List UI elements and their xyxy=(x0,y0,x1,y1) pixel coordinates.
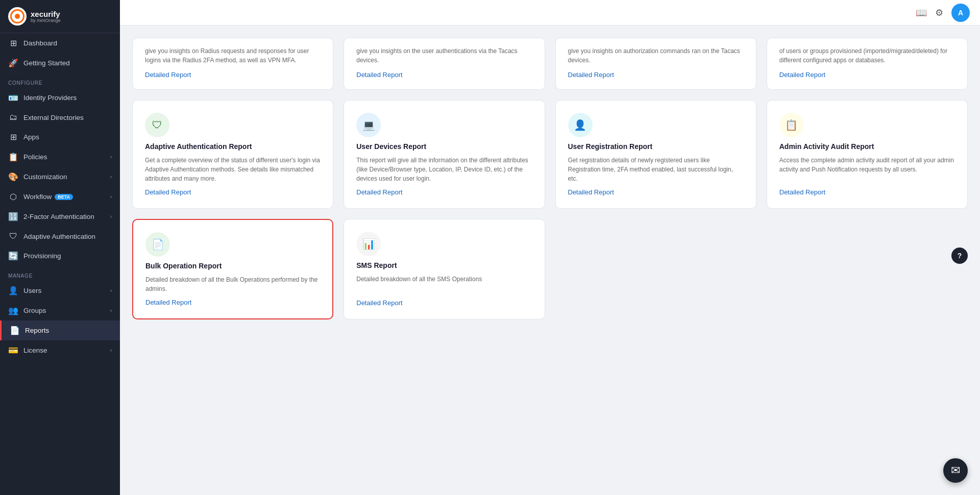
card-desc: Get a complete overview of the status of… xyxy=(145,156,321,183)
chat-button[interactable]: ✉ xyxy=(943,458,968,483)
card-desc: Detailed breakdown of all the Bulk Opera… xyxy=(145,275,320,293)
bulk-operation-report-card: 📄 Bulk Operation Report Detailed breakdo… xyxy=(132,219,333,319)
identity-providers-icon: 🪪 xyxy=(8,93,18,103)
sidebar-item-2fa[interactable]: 🔢 2-Factor Authentication › xyxy=(0,207,120,227)
chevron-icon: › xyxy=(110,288,112,293)
sidebar-label: Users xyxy=(23,287,41,294)
sidebar-label: Groups xyxy=(23,307,46,314)
sidebar-item-reports[interactable]: 📄 Reports xyxy=(0,320,120,340)
user-devices-report-link[interactable]: Detailed Report xyxy=(356,188,532,196)
sidebar-item-license[interactable]: 💳 License › xyxy=(0,340,120,360)
app-tagline: by miniOrange xyxy=(31,18,61,23)
reports-icon: 📄 xyxy=(10,326,20,335)
partial-card-tacacs-commands: give you insights on authorization comma… xyxy=(555,38,756,90)
card-desc: Get registration details of newly regist… xyxy=(568,156,744,183)
dashboard-icon: ⊞ xyxy=(8,38,18,48)
sidebar-item-getting-started[interactable]: 🚀 Getting Started xyxy=(0,53,120,73)
admin-activity-audit-link[interactable]: Detailed Report xyxy=(779,188,955,196)
partial-card-tacacs-auth: give you insights on the user authentica… xyxy=(344,38,545,90)
chevron-icon: › xyxy=(110,154,112,160)
groups-icon: 👥 xyxy=(8,306,18,315)
users-icon: 👤 xyxy=(8,286,18,295)
getting-started-icon: 🚀 xyxy=(8,58,18,68)
apps-icon: ⊞ xyxy=(8,132,18,142)
sidebar: xecurify by miniOrange ⊞ Dashboard 🚀 Get… xyxy=(0,0,120,495)
app-name: xecurify xyxy=(31,10,61,18)
user-registration-report-link[interactable]: Detailed Report xyxy=(568,188,744,196)
tacacs-commands-detailed-report-link[interactable]: Detailed Report xyxy=(568,71,614,79)
sidebar-label: Policies xyxy=(23,153,47,161)
sidebar-item-customization[interactable]: 🎨 Customization › xyxy=(0,167,120,187)
chevron-icon: › xyxy=(110,214,112,219)
partial-card-desc: give you insights on Radius requests and… xyxy=(145,46,321,65)
chevron-icon: › xyxy=(110,194,112,200)
card-desc: This report will give all the informatio… xyxy=(356,156,532,183)
card-title: Bulk Operation Report xyxy=(145,262,320,270)
sidebar-item-groups[interactable]: 👥 Groups › xyxy=(0,301,120,320)
license-icon: 💳 xyxy=(8,345,18,355)
card-title: Admin Activity Audit Report xyxy=(779,142,955,151)
sidebar-item-users[interactable]: 👤 Users › xyxy=(0,281,120,301)
sidebar-label: Apps xyxy=(23,133,39,141)
2fa-icon: 🔢 xyxy=(8,212,18,221)
sidebar-item-provisioning[interactable]: 🔄 Provisioning xyxy=(0,246,120,266)
card-title: User Registration Report xyxy=(568,142,744,151)
sidebar-item-policies[interactable]: 📋 Policies › xyxy=(0,147,120,167)
chevron-icon: › xyxy=(110,348,112,353)
sidebar-item-adaptive-auth[interactable]: 🛡 Adaptive Authentication xyxy=(0,227,120,246)
card-title: User Devices Report xyxy=(356,142,532,151)
workflow-badge: BETA xyxy=(55,194,73,200)
card-title: Adaptive Authentication Report xyxy=(145,142,321,151)
workflow-icon: ⬡ xyxy=(8,192,18,202)
user-registration-report-icon: 👤 xyxy=(568,113,593,137)
sidebar-item-identity-providers[interactable]: 🪪 Identity Providers xyxy=(0,88,120,108)
sidebar-item-external-directories[interactable]: 🗂 External Directories xyxy=(0,108,120,127)
sidebar-item-dashboard[interactable]: ⊞ Dashboard xyxy=(0,33,120,53)
sidebar-label: Identity Providers xyxy=(23,94,77,102)
partial-card-provisioning: of users or groups provisioned (imported… xyxy=(767,38,968,90)
adaptive-auth-report-card: 🛡 Adaptive Authentication Report Get a c… xyxy=(132,100,333,209)
user-devices-report-icon: 💻 xyxy=(356,113,381,137)
user-avatar[interactable]: A xyxy=(951,4,970,22)
sidebar-label: License xyxy=(23,346,47,354)
customization-icon: 🎨 xyxy=(8,172,18,182)
partial-card-desc: give you insights on authorization comma… xyxy=(568,46,744,65)
bulk-operation-report-link[interactable]: Detailed Report xyxy=(145,299,320,306)
card-desc: Detailed breakdown of all the SMS Operat… xyxy=(356,275,532,294)
topbar: 📖 ⚙ A xyxy=(120,0,980,26)
main-content: 📖 ⚙ A give you insights on Radius reques… xyxy=(120,0,980,495)
report-cards-grid: 🛡 Adaptive Authentication Report Get a c… xyxy=(132,100,968,319)
partial-card-radius: give you insights on Radius requests and… xyxy=(132,38,333,90)
sms-report-icon: 📊 xyxy=(356,232,381,256)
partial-card-desc: give you insights on the user authentica… xyxy=(356,46,532,65)
radius-detailed-report-link[interactable]: Detailed Report xyxy=(145,71,191,79)
admin-activity-audit-card: 📋 Admin Activity Audit Report Access the… xyxy=(767,100,968,209)
provisioning-icon: 🔄 xyxy=(8,251,18,261)
help-button[interactable]: ? xyxy=(951,247,968,264)
book-icon[interactable]: 📖 xyxy=(916,7,927,18)
partial-cards-row: give you insights on Radius requests and… xyxy=(132,38,968,90)
sidebar-label: Reports xyxy=(25,327,49,334)
content-area: give you insights on Radius requests and… xyxy=(120,26,980,495)
sidebar-label: Workflow xyxy=(23,193,52,201)
sidebar-item-workflow[interactable]: ⬡ Workflow BETA › xyxy=(0,187,120,207)
manage-label: Manage xyxy=(0,266,120,281)
admin-activity-audit-icon: 📋 xyxy=(779,113,804,137)
sms-report-link[interactable]: Detailed Report xyxy=(356,299,532,307)
adaptive-auth-report-link[interactable]: Detailed Report xyxy=(145,188,321,196)
sidebar-label: Customization xyxy=(23,173,67,181)
sidebar-label: Adaptive Authentication xyxy=(23,233,95,240)
sidebar-label: Dashboard xyxy=(23,39,57,47)
user-registration-report-card: 👤 User Registration Report Get registrat… xyxy=(555,100,756,209)
logo[interactable]: xecurify by miniOrange xyxy=(0,0,120,33)
sidebar-item-apps[interactable]: ⊞ Apps xyxy=(0,127,120,147)
logo-icon xyxy=(8,7,27,26)
settings-icon[interactable]: ⚙ xyxy=(935,7,943,18)
provisioning-detailed-report-link[interactable]: Detailed Report xyxy=(779,71,825,79)
configure-label: Configure xyxy=(0,73,120,88)
policies-icon: 📋 xyxy=(8,152,18,162)
partial-card-desc: of users or groups provisioned (imported… xyxy=(779,46,955,65)
external-dirs-icon: 🗂 xyxy=(8,113,18,122)
chevron-icon: › xyxy=(110,308,112,313)
tacacs-auth-detailed-report-link[interactable]: Detailed Report xyxy=(356,71,402,79)
